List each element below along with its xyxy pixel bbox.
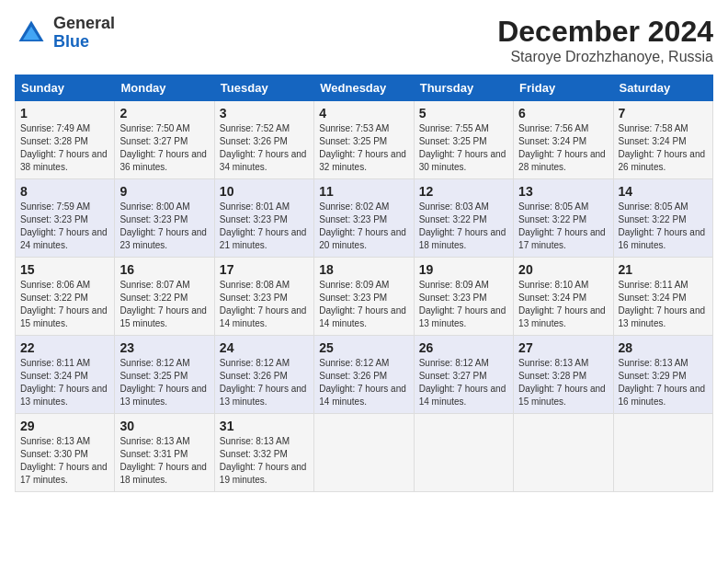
calendar-cell: 21Sunrise: 8:11 AMSunset: 3:24 PMDayligh… xyxy=(613,258,712,336)
day-number: 19 xyxy=(419,262,508,277)
cell-info: Sunrise: 8:11 AMSunset: 3:24 PMDaylight:… xyxy=(619,279,708,330)
cell-info: Sunrise: 7:55 AMSunset: 3:25 PMDaylight:… xyxy=(419,122,508,174)
day-number: 16 xyxy=(119,262,209,277)
calendar-cell: 8Sunrise: 7:59 AMSunset: 3:23 PMDaylight… xyxy=(16,179,115,258)
day-number: 12 xyxy=(419,184,508,199)
cell-info: Sunrise: 8:09 AMSunset: 3:23 PMDaylight:… xyxy=(319,279,408,330)
header-saturday: Saturday xyxy=(613,75,712,101)
calendar-week-row: 1Sunrise: 7:49 AMSunset: 3:28 PMDaylight… xyxy=(16,101,713,179)
calendar-cell: 9Sunrise: 8:00 AMSunset: 3:23 PMDaylight… xyxy=(115,179,214,258)
cell-info: Sunrise: 8:13 AMSunset: 3:30 PMDaylight:… xyxy=(20,435,109,487)
header-tuesday: Tuesday xyxy=(214,75,313,101)
day-number: 23 xyxy=(119,340,209,355)
calendar-week-row: 15Sunrise: 8:06 AMSunset: 3:22 PMDayligh… xyxy=(16,258,713,336)
calendar-cell: 4Sunrise: 7:53 AMSunset: 3:25 PMDaylight… xyxy=(314,101,414,179)
day-number: 28 xyxy=(619,340,708,355)
calendar-cell: 14Sunrise: 8:05 AMSunset: 3:22 PMDayligh… xyxy=(613,179,712,258)
cell-info: Sunrise: 7:49 AMSunset: 3:28 PMDaylight:… xyxy=(20,122,109,174)
month-title: December 2024 xyxy=(497,15,713,49)
day-number: 30 xyxy=(119,419,209,433)
calendar-cell: 12Sunrise: 8:03 AMSunset: 3:22 PMDayligh… xyxy=(414,179,513,258)
calendar-cell: 2Sunrise: 7:50 AMSunset: 3:27 PMDaylight… xyxy=(115,101,214,179)
page-header: General Blue December 2024 Staroye Drozh… xyxy=(15,15,713,65)
header-wednesday: Wednesday xyxy=(314,75,414,101)
day-number: 21 xyxy=(619,262,708,277)
calendar-cell: 6Sunrise: 7:56 AMSunset: 3:24 PMDaylight… xyxy=(514,101,613,179)
logo-text: General Blue xyxy=(53,15,115,52)
calendar-header-row: SundayMondayTuesdayWednesdayThursdayFrid… xyxy=(16,75,713,101)
calendar-cell: 18Sunrise: 8:09 AMSunset: 3:23 PMDayligh… xyxy=(314,258,414,336)
calendar-table: SundayMondayTuesdayWednesdayThursdayFrid… xyxy=(15,75,713,492)
day-number: 10 xyxy=(220,184,309,199)
calendar-cell xyxy=(514,414,613,492)
cell-info: Sunrise: 8:07 AMSunset: 3:22 PMDaylight:… xyxy=(119,279,209,330)
cell-info: Sunrise: 8:08 AMSunset: 3:23 PMDaylight:… xyxy=(220,279,309,330)
calendar-cell xyxy=(613,414,712,492)
day-number: 25 xyxy=(319,340,408,355)
day-number: 4 xyxy=(319,106,408,121)
header-monday: Monday xyxy=(115,75,214,101)
day-number: 2 xyxy=(119,106,209,121)
cell-info: Sunrise: 8:11 AMSunset: 3:24 PMDaylight:… xyxy=(20,357,109,408)
logo-icon xyxy=(15,17,48,50)
cell-info: Sunrise: 8:02 AMSunset: 3:23 PMDaylight:… xyxy=(319,201,408,252)
header-thursday: Thursday xyxy=(414,75,513,101)
day-number: 18 xyxy=(319,262,408,277)
day-number: 22 xyxy=(20,340,109,355)
calendar-cell: 22Sunrise: 8:11 AMSunset: 3:24 PMDayligh… xyxy=(16,336,115,414)
day-number: 24 xyxy=(220,340,309,355)
day-number: 7 xyxy=(619,106,708,121)
calendar-cell xyxy=(314,414,414,492)
cell-info: Sunrise: 8:01 AMSunset: 3:23 PMDaylight:… xyxy=(220,201,309,252)
day-number: 14 xyxy=(619,184,708,199)
day-number: 27 xyxy=(518,340,608,355)
calendar-cell: 19Sunrise: 8:09 AMSunset: 3:23 PMDayligh… xyxy=(414,258,513,336)
cell-info: Sunrise: 8:13 AMSunset: 3:28 PMDaylight:… xyxy=(518,357,608,408)
cell-info: Sunrise: 8:05 AMSunset: 3:22 PMDaylight:… xyxy=(518,201,608,252)
calendar-cell: 29Sunrise: 8:13 AMSunset: 3:30 PMDayligh… xyxy=(16,414,115,492)
cell-info: Sunrise: 8:03 AMSunset: 3:22 PMDaylight:… xyxy=(419,201,508,252)
calendar-cell: 23Sunrise: 8:12 AMSunset: 3:25 PMDayligh… xyxy=(115,336,214,414)
day-number: 13 xyxy=(518,184,608,199)
cell-info: Sunrise: 7:50 AMSunset: 3:27 PMDaylight:… xyxy=(119,122,209,174)
day-number: 8 xyxy=(20,184,109,199)
calendar-cell: 17Sunrise: 8:08 AMSunset: 3:23 PMDayligh… xyxy=(214,258,313,336)
cell-info: Sunrise: 7:56 AMSunset: 3:24 PMDaylight:… xyxy=(518,122,608,174)
day-number: 11 xyxy=(319,184,408,199)
cell-info: Sunrise: 7:59 AMSunset: 3:23 PMDaylight:… xyxy=(20,201,109,252)
calendar-cell: 15Sunrise: 8:06 AMSunset: 3:22 PMDayligh… xyxy=(16,258,115,336)
day-number: 6 xyxy=(518,106,608,121)
header-friday: Friday xyxy=(514,75,613,101)
calendar-cell xyxy=(414,414,513,492)
day-number: 20 xyxy=(518,262,608,277)
calendar-cell: 13Sunrise: 8:05 AMSunset: 3:22 PMDayligh… xyxy=(514,179,613,258)
calendar-cell: 27Sunrise: 8:13 AMSunset: 3:28 PMDayligh… xyxy=(514,336,613,414)
calendar-week-row: 22Sunrise: 8:11 AMSunset: 3:24 PMDayligh… xyxy=(16,336,713,414)
cell-info: Sunrise: 7:58 AMSunset: 3:24 PMDaylight:… xyxy=(619,122,708,174)
calendar-cell: 24Sunrise: 8:12 AMSunset: 3:26 PMDayligh… xyxy=(214,336,313,414)
day-number: 9 xyxy=(119,184,209,199)
day-number: 1 xyxy=(20,106,109,121)
location-title: Staroye Drozhzhanoye, Russia xyxy=(497,49,713,65)
cell-info: Sunrise: 8:12 AMSunset: 3:25 PMDaylight:… xyxy=(119,357,209,408)
calendar-cell: 25Sunrise: 8:12 AMSunset: 3:26 PMDayligh… xyxy=(314,336,414,414)
calendar-cell: 7Sunrise: 7:58 AMSunset: 3:24 PMDaylight… xyxy=(613,101,712,179)
calendar-week-row: 8Sunrise: 7:59 AMSunset: 3:23 PMDaylight… xyxy=(16,179,713,258)
cell-info: Sunrise: 7:53 AMSunset: 3:25 PMDaylight:… xyxy=(319,122,408,174)
cell-info: Sunrise: 8:09 AMSunset: 3:23 PMDaylight:… xyxy=(419,279,508,330)
cell-info: Sunrise: 8:10 AMSunset: 3:24 PMDaylight:… xyxy=(518,279,608,330)
title-area: December 2024 Staroye Drozhzhanoye, Russ… xyxy=(497,15,713,65)
calendar-cell: 5Sunrise: 7:55 AMSunset: 3:25 PMDaylight… xyxy=(414,101,513,179)
cell-info: Sunrise: 8:13 AMSunset: 3:29 PMDaylight:… xyxy=(619,357,708,408)
day-number: 5 xyxy=(419,106,508,121)
calendar-cell: 3Sunrise: 7:52 AMSunset: 3:26 PMDaylight… xyxy=(214,101,313,179)
cell-info: Sunrise: 8:00 AMSunset: 3:23 PMDaylight:… xyxy=(119,201,209,252)
day-number: 31 xyxy=(220,419,309,433)
cell-info: Sunrise: 8:13 AMSunset: 3:31 PMDaylight:… xyxy=(119,435,209,487)
cell-info: Sunrise: 8:13 AMSunset: 3:32 PMDaylight:… xyxy=(220,435,309,487)
cell-info: Sunrise: 8:12 AMSunset: 3:26 PMDaylight:… xyxy=(319,357,408,408)
calendar-cell: 20Sunrise: 8:10 AMSunset: 3:24 PMDayligh… xyxy=(514,258,613,336)
cell-info: Sunrise: 8:06 AMSunset: 3:22 PMDaylight:… xyxy=(20,279,109,330)
day-number: 15 xyxy=(20,262,109,277)
calendar-cell: 26Sunrise: 8:12 AMSunset: 3:27 PMDayligh… xyxy=(414,336,513,414)
